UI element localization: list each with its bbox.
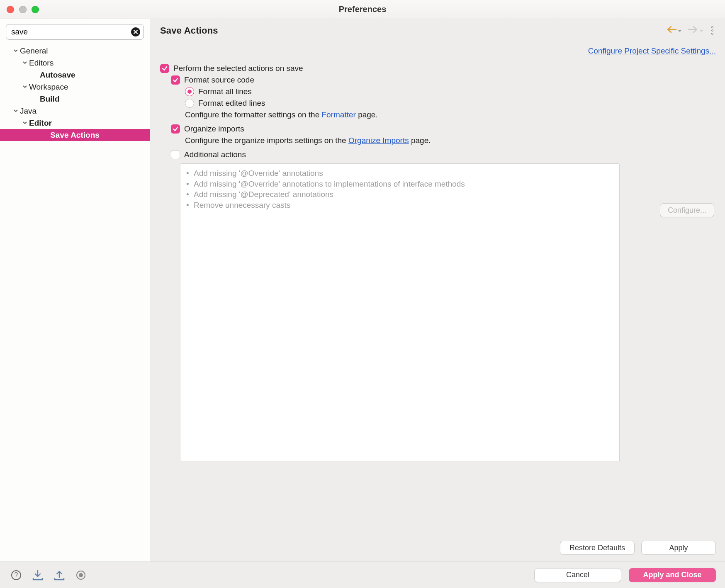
list-item: Add missing '@Override' annotations to i… <box>186 179 613 190</box>
tree-item-general[interactable]: General <box>0 45 150 57</box>
format-source-label: Format source code <box>184 75 254 85</box>
tree-label: Workspace <box>29 83 68 92</box>
organize-imports-checkbox[interactable] <box>171 124 180 134</box>
project-settings-link[interactable]: Configure Project Specific Settings... <box>588 46 716 56</box>
tree-label: General <box>20 46 48 56</box>
format-edited-lines-radio[interactable] <box>185 99 194 108</box>
nav-forward-icon <box>686 25 698 36</box>
tree-label: Save Actions <box>0 131 150 140</box>
list-item: Add missing '@Deprecated' annotations <box>186 189 613 200</box>
tree-item-build[interactable]: Build <box>0 93 150 105</box>
search-field[interactable] <box>6 24 144 40</box>
tree-item-workspace[interactable]: Workspace <box>0 81 150 93</box>
format-all-lines-radio[interactable] <box>185 87 194 96</box>
formatter-link[interactable]: Formatter <box>322 110 356 119</box>
import-icon[interactable] <box>31 568 45 582</box>
additional-actions-label: Additional actions <box>184 150 246 159</box>
page-title: Save Actions <box>160 25 218 36</box>
chevron-down-icon[interactable] <box>21 120 29 126</box>
sidebar: General Editors Autosave Workspace Build <box>0 19 150 561</box>
chevron-down-icon[interactable] <box>21 84 29 90</box>
organize-imports-link[interactable]: Organize Imports <box>348 136 409 145</box>
list-item: Add missing '@Override' annotations <box>186 168 613 179</box>
additional-actions-list: Add missing '@Override' annotations Add … <box>180 163 620 462</box>
format-all-lines-label: Format all lines <box>198 87 252 96</box>
tree-item-java[interactable]: Java <box>0 105 150 117</box>
chevron-down-icon[interactable] <box>12 108 20 114</box>
content-pane: Save Actions Configure Project Specific … <box>150 19 725 561</box>
nav-back-menu-icon[interactable] <box>677 26 682 35</box>
tree-item-editor[interactable]: Editor <box>0 117 150 129</box>
chevron-down-icon[interactable] <box>21 60 29 66</box>
cancel-button[interactable]: Cancel <box>534 568 621 582</box>
window-title: Preferences <box>0 5 725 14</box>
tree-label: Java <box>20 107 36 116</box>
titlebar: Preferences <box>0 0 725 19</box>
preferences-tree: General Editors Autosave Workspace Build <box>0 43 150 141</box>
format-source-checkbox[interactable] <box>171 75 180 85</box>
organize-imports-label: Organize imports <box>184 124 244 134</box>
perform-on-save-label: Perform the selected actions on save <box>173 64 303 73</box>
tree-label: Editors <box>29 58 54 68</box>
content-header: Save Actions <box>150 19 725 42</box>
perform-on-save-checkbox[interactable] <box>160 64 169 73</box>
content-button-bar: Restore Defaults Apply <box>150 534 725 561</box>
apply-button[interactable]: Apply <box>641 541 716 555</box>
nav-forward-menu-icon <box>698 26 703 35</box>
help-icon[interactable]: ? <box>9 568 23 582</box>
tree-label: Autosave <box>40 70 75 80</box>
svg-text:?: ? <box>15 571 18 578</box>
tree-item-autosave[interactable]: Autosave <box>0 69 150 81</box>
configure-additional-button: Configure... <box>660 203 714 217</box>
list-item: Remove unnecessary casts <box>186 200 613 211</box>
tree-label: Editor <box>29 119 52 128</box>
chevron-down-icon[interactable] <box>12 48 20 54</box>
svg-point-3 <box>79 573 83 577</box>
additional-actions-checkbox[interactable] <box>171 150 180 159</box>
format-edited-lines-label: Format edited lines <box>198 99 265 108</box>
search-input[interactable] <box>11 27 129 36</box>
tree-item-editors[interactable]: Editors <box>0 57 150 69</box>
formatter-hint: Configure the formatter settings on the … <box>185 110 715 119</box>
organize-hint: Configure the organize imports settings … <box>185 136 715 145</box>
clear-search-icon[interactable] <box>131 27 140 36</box>
dialog-footer: ? Cancel Apply and Close <box>0 561 725 588</box>
tree-item-save-actions[interactable]: Save Actions <box>0 129 150 141</box>
restore-defaults-button[interactable]: Restore Defaults <box>560 541 635 555</box>
apply-and-close-button[interactable]: Apply and Close <box>629 568 716 582</box>
nav-back-icon[interactable] <box>664 25 677 36</box>
view-menu-icon[interactable] <box>708 25 717 36</box>
oomph-record-icon[interactable] <box>74 568 88 582</box>
tree-label: Build <box>40 95 60 104</box>
export-icon[interactable] <box>52 568 66 582</box>
